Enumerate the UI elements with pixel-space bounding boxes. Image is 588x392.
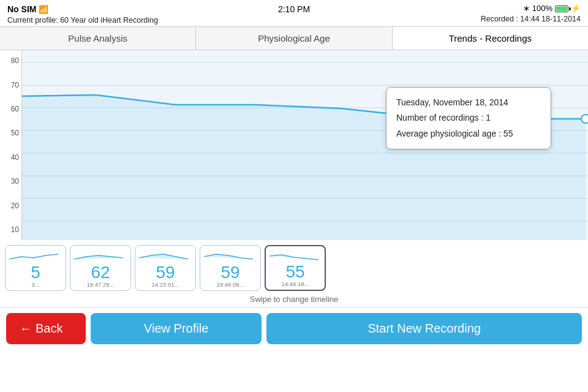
tooltip-date: Tuesday, November 18, 2014 — [396, 95, 541, 110]
bottom-bar: ← Back View Profile Start New Recording — [0, 307, 588, 349]
rec-time-1: 18:47 29... — [87, 281, 115, 288]
recordings-row: 5 3... 62 18:47 29... 59 14:23 01... 59 … — [0, 240, 588, 292]
back-button[interactable]: ← Back — [6, 313, 86, 344]
tooltip: Tuesday, November 18, 2014 Number of rec… — [386, 87, 551, 149]
status-left: No SIM 📶 Current profile: 60 Year old iH… — [7, 4, 158, 25]
y-axis: 80 70 60 50 40 30 20 10 — [0, 50, 22, 240]
wifi-icon: 📶 — [39, 5, 48, 14]
mini-chart-0 — [9, 248, 58, 265]
tab-pulse-analysis[interactable]: Pulse Analysis — [0, 27, 196, 50]
rec-time-2: 14:23 01... — [152, 281, 179, 288]
view-profile-button[interactable]: View Profile — [91, 313, 262, 344]
rec-value-2: 59 — [156, 264, 175, 281]
rec-value-1: 62 — [91, 264, 110, 281]
rec-value-4: 55 — [285, 263, 304, 281]
chart-area: 80 70 60 50 40 30 20 10 — [0, 50, 588, 240]
no-sim-label: No SIM 📶 — [7, 4, 158, 15]
recording-card-1[interactable]: 62 18:47 29... — [70, 245, 131, 291]
tooltip-avg-age: Average physiological age : 55 — [396, 126, 541, 141]
status-bar: No SIM 📶 Current profile: 60 Year old iH… — [0, 0, 588, 26]
mini-chart-2 — [139, 248, 188, 265]
status-time: 2:10 PM — [278, 4, 310, 15]
y-label-40: 40 — [0, 153, 21, 162]
y-label-10: 10 — [0, 225, 21, 234]
rec-value-3: 59 — [221, 264, 239, 281]
start-recording-button[interactable]: Start New Recording — [266, 313, 582, 344]
recording-card-0[interactable]: 5 3... — [5, 245, 66, 291]
tooltip-recordings: Number of recordings : 1 — [396, 110, 541, 126]
swipe-hint: Swipe to change timeline — [0, 292, 588, 307]
mini-chart-3 — [204, 248, 253, 265]
tab-trends-recordings[interactable]: Trends - Recordings — [393, 27, 588, 50]
y-label-80: 80 — [0, 56, 21, 65]
battery-percentage: 100% — [532, 4, 552, 14]
charge-icon: ⚡ — [571, 4, 581, 14]
battery-icon — [555, 6, 568, 12]
recording-card-4[interactable]: 55 14:44 18... — [265, 245, 326, 291]
recording-card-2[interactable]: 59 14:23 01... — [135, 245, 196, 291]
tab-bar: Pulse Analysis Physiological Age Trends … — [0, 26, 588, 50]
y-label-20: 20 — [0, 202, 21, 210]
view-profile-label: View Profile — [144, 322, 208, 335]
back-arrow-icon: ← — [20, 322, 32, 336]
rec-time-4: 14:44 18... — [282, 281, 309, 287]
chart-svg-container: Tuesday, November 18, 2014 Number of rec… — [22, 50, 588, 240]
rec-value-0: 5 — [31, 264, 40, 281]
bluetooth-icon: ∗ — [523, 4, 530, 14]
status-icons: ∗ 100% ⚡ — [523, 4, 581, 14]
chart-end-dot — [581, 115, 588, 123]
recorded-label: Recorded : 14:44 18-11-2014 — [481, 14, 581, 24]
rec-time-0: 3... — [31, 281, 39, 288]
y-label-50: 50 — [0, 129, 21, 137]
back-label: Back — [36, 322, 62, 336]
tab-physiological-age[interactable]: Physiological Age — [196, 27, 392, 50]
rec-time-3: 19:46 08... — [217, 281, 244, 288]
mini-chart-1 — [74, 248, 123, 265]
y-label-70: 70 — [0, 81, 21, 89]
profile-label: Current profile: 60 Year old iHeart Reco… — [7, 15, 158, 25]
y-label-60: 60 — [0, 105, 21, 113]
recording-card-3[interactable]: 59 19:46 08... — [200, 245, 261, 291]
mini-chart-4 — [270, 249, 318, 266]
status-right: ∗ 100% ⚡ Recorded : 14:44 18-11-2014 — [481, 4, 581, 24]
start-recording-label: Start New Recording — [368, 322, 481, 335]
y-label-30: 30 — [0, 177, 21, 186]
